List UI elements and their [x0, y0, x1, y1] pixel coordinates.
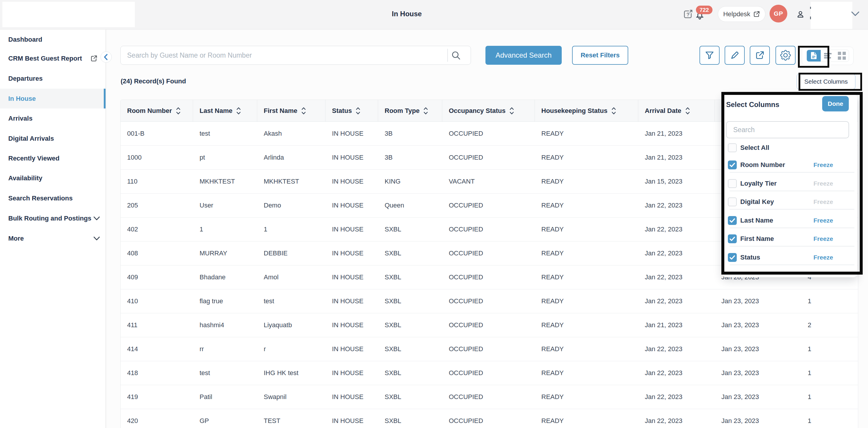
sidebar-item-crm-best-guest-report[interactable]: CRM Best Guest Report [0, 49, 105, 68]
table-cell [830, 385, 858, 409]
sidebar-item-in-house[interactable]: In House [0, 89, 105, 109]
column-header-arrival-date[interactable]: Arrival Date [638, 100, 715, 121]
sidebar-item-recently-viewed[interactable]: Recently Viewed [0, 148, 105, 168]
pencil-icon [730, 50, 740, 60]
table-cell: IN HOUSE [326, 146, 378, 170]
table-cell: OCCUPIED [442, 289, 535, 313]
column-search-input[interactable] [727, 122, 848, 138]
column-header-room-number[interactable]: Room Number [121, 100, 193, 121]
done-button[interactable]: Done [822, 96, 849, 112]
table-cell: OCCUPIED [442, 218, 535, 241]
help-icon[interactable]: ? [683, 9, 693, 19]
sort-icon[interactable] [611, 107, 616, 115]
view-mode-list-button[interactable] [821, 50, 835, 61]
helpdesk-button[interactable]: Helpdesk [718, 6, 766, 22]
checkbox-checked[interactable] [728, 235, 737, 243]
column-header-status[interactable]: Status [326, 100, 378, 121]
column-header-first-name[interactable]: First Name [257, 100, 326, 121]
chevron-down-icon[interactable] [851, 11, 860, 17]
user-icon[interactable] [797, 10, 804, 18]
column-header-housekeeping-status[interactable]: Housekeeping Status [535, 100, 638, 121]
checkbox-unchecked[interactable] [728, 179, 737, 188]
view-toggle-group [802, 47, 854, 65]
freeze-link: Freeze [813, 198, 833, 206]
table-row-414[interactable]: 414rrrIN HOUSESXBLOCCUPIEDREADYJan 22, 2… [121, 337, 858, 361]
advanced-search-button[interactable]: Advanced Search [486, 46, 562, 65]
table-cell: 408 [121, 242, 193, 265]
edit-button[interactable] [724, 46, 745, 65]
table-cell: 1 [257, 218, 326, 241]
table-row-420[interactable]: 420GPTESTIN HOUSESXBLOCCUPIEDREADYJan 22… [121, 409, 858, 428]
sort-icon[interactable] [355, 107, 361, 115]
sort-icon[interactable] [509, 107, 514, 115]
option-divider [730, 209, 855, 210]
sidebar-item-more[interactable]: More [0, 228, 105, 248]
redaction-artifact [810, 7, 811, 9]
table-cell: Jan 22, 2023 [638, 409, 715, 428]
sidebar-item-search-reservations[interactable]: Search Reservations [0, 188, 105, 208]
settings-button[interactable] [775, 46, 796, 65]
sidebar-item-availability[interactable]: Availability [0, 168, 105, 188]
checkbox-checked[interactable] [728, 160, 737, 170]
table-row-418[interactable]: 418testIHG HK testIN HOUSESXBLOCCUPIEDRE… [121, 361, 858, 385]
sidebar-item-label: Digital Arrivals [8, 135, 54, 143]
column-header-last-name[interactable]: Last Name [193, 100, 257, 121]
table-cell: Jan 22, 2023 [638, 385, 715, 409]
freeze-link[interactable]: Freeze [813, 254, 833, 261]
table-cell: 1 [789, 385, 830, 409]
table-row-411[interactable]: 411hashmi4LiyaquatbIN HOUSESXBLOCCUPIEDR… [121, 313, 858, 337]
filter-button[interactable] [700, 46, 720, 65]
sort-icon[interactable] [423, 107, 428, 115]
table-cell: Queen [378, 193, 442, 217]
table-row-419[interactable]: 419PatilSwapnilIN HOUSESXBLOCCUPIEDREADY… [121, 385, 858, 409]
table-cell: Jan 22, 2023 [638, 361, 715, 385]
table-cell: 1 [789, 409, 830, 428]
checkmark-icon [728, 235, 737, 243]
freeze-link[interactable]: Freeze [813, 161, 833, 169]
guest-search-input[interactable] [121, 46, 443, 64]
select-columns-tooltip[interactable]: Select Columns [797, 73, 856, 90]
sidebar-item-arrivals[interactable]: Arrivals [0, 109, 105, 128]
view-mode-document-button[interactable] [807, 50, 821, 61]
sort-icon[interactable] [301, 107, 306, 115]
sort-icon[interactable] [236, 107, 241, 115]
reset-filters-button[interactable]: Reset Filters [572, 46, 628, 65]
sidebar-item-departures[interactable]: Departures [0, 68, 105, 88]
checkbox-unchecked[interactable] [728, 197, 737, 206]
column-header-label: Occupancy Status [449, 107, 505, 115]
table-cell: Demo [257, 193, 326, 217]
option-divider [730, 246, 855, 246]
sidebar-item-digital-arrivals[interactable]: Digital Arrivals [0, 129, 105, 148]
table-cell: 205 [121, 193, 193, 217]
share-button[interactable] [750, 46, 770, 65]
table-cell: READY [535, 313, 638, 337]
table-row-410[interactable]: 410flag truetestIN HOUSESXBLOCCUPIEDREAD… [121, 289, 858, 313]
table-cell: Jan 22, 2023 [638, 193, 715, 217]
sidebar-item-bulk-routing-and-postings[interactable]: Bulk Routing and Postings [0, 208, 105, 228]
column-header-room-type[interactable]: Room Type [378, 100, 442, 121]
freeze-link[interactable]: Freeze [813, 235, 833, 242]
redaction-artifact [810, 17, 811, 19]
table-cell: OCCUPIED [442, 193, 535, 217]
table-cell: 419 [121, 385, 193, 409]
freeze-link[interactable]: Freeze [813, 217, 833, 224]
sidebar-collapse-button[interactable] [100, 52, 112, 63]
avatar[interactable]: GP [770, 5, 787, 23]
notifications-badge[interactable]: 722 [696, 6, 712, 14]
option-divider [730, 191, 855, 191]
search-icon[interactable] [451, 51, 461, 61]
table-cell: OCCUPIED [442, 122, 535, 146]
view-mode-grid-button[interactable] [835, 50, 849, 61]
checkbox-checked[interactable] [728, 253, 737, 262]
sidebar-item-label: In House [8, 95, 36, 102]
sidebar-item-dashboard[interactable]: Dashboard [0, 30, 105, 49]
checkbox-checked[interactable] [728, 216, 737, 225]
sort-icon[interactable] [176, 107, 181, 115]
table-cell: 3B [378, 122, 442, 146]
sort-icon[interactable] [685, 107, 690, 115]
sidebar-item-label: More [8, 235, 24, 242]
checkbox-unchecked[interactable] [728, 143, 737, 152]
column-header-occupancy-status[interactable]: Occupancy Status [442, 100, 535, 121]
column-option-label: Room Number [740, 161, 785, 169]
table-cell [830, 313, 858, 337]
